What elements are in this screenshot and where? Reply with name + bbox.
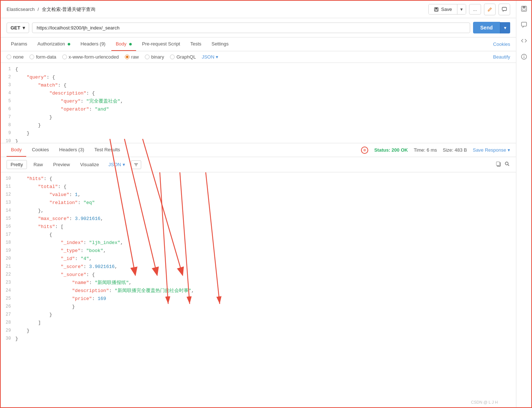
response-format-actions (496, 161, 510, 168)
response-line-13: 13 "relation": "eq" (1, 199, 516, 207)
body-type-raw[interactable]: raw (125, 54, 139, 60)
body-type-urlencoded[interactable]: x-www-form-urlencoded (62, 54, 119, 60)
tab-tests[interactable]: Tests (186, 37, 206, 51)
format-tab-visualize[interactable]: Visualize (76, 160, 103, 169)
tab-body[interactable]: Body (111, 37, 136, 51)
beautify-button[interactable]: Beautify (493, 54, 510, 60)
search-response-button[interactable] (504, 161, 510, 168)
svg-rect-16 (523, 6, 525, 8)
breadcrumb: Elasticsearch / 全文检索-普通关键字查询 (7, 6, 95, 13)
svg-line-10 (508, 165, 509, 166)
svg-rect-3 (502, 7, 507, 11)
request-line-6: 6 "operator": "and" (1, 106, 516, 114)
globe-icon: ⊕ (361, 147, 368, 154)
response-tab-test-results[interactable]: Test Results (90, 143, 124, 157)
response-format-bar: Pretty Raw Preview Visualize JSON ▾ (1, 157, 516, 172)
filter-icon (134, 162, 139, 167)
response-code-editor[interactable]: 10 "hits": { 11 "total": { 12 (1, 172, 516, 407)
response-line-19: 19 "_type": "book", (1, 247, 516, 255)
response-tabs-bar: Body Cookies Headers (3) Test Results ⊕ … (1, 143, 516, 157)
svg-rect-8 (496, 162, 500, 165)
tab-params[interactable]: Params (7, 37, 32, 51)
svg-point-9 (505, 162, 508, 165)
body-dot (129, 43, 132, 45)
response-size: Size: 483 B (443, 147, 467, 153)
json-format-select[interactable]: JSON ▾ (202, 54, 218, 60)
save-button[interactable]: Save (429, 4, 457, 14)
copy-response-button[interactable] (496, 161, 501, 168)
response-line-10: 10 "hits": { (1, 175, 516, 183)
response-section: Body Cookies Headers (3) Test Results ⊕ … (1, 143, 516, 407)
tab-pre-request-script[interactable]: Pre-request Script (138, 37, 184, 51)
body-type-none[interactable]: none (7, 54, 24, 60)
response-line-14: 14 }, (1, 207, 516, 215)
response-line-15: 15 "max_score": 3.9021616, (1, 215, 516, 223)
response-line-29: 29 } (1, 327, 516, 335)
response-line-27: 27 } (1, 311, 516, 319)
format-tab-preview[interactable]: Preview (49, 160, 74, 169)
response-tab-cookies[interactable]: Cookies (28, 143, 53, 157)
sidebar-code-icon[interactable] (519, 36, 529, 46)
request-line-8: 8 } (1, 122, 516, 130)
response-line-18: 18 "_index": "ljh_index", (1, 239, 516, 247)
cookies-link[interactable]: Cookies (493, 38, 510, 51)
svg-point-21 (524, 55, 524, 56)
body-type-form-data[interactable]: form-data (29, 54, 56, 60)
response-line-11: 11 "total": { (1, 183, 516, 191)
tab-headers[interactable]: Headers (9) (76, 37, 110, 51)
request-line-5: 5 "query": "完全覆盖社会", (1, 98, 516, 106)
pen-button[interactable] (484, 4, 496, 15)
sidebar-chat-icon[interactable] (519, 20, 529, 30)
tab-settings[interactable]: Settings (207, 37, 233, 51)
sidebar-save-icon[interactable] (519, 4, 529, 14)
svg-rect-18 (521, 22, 527, 26)
svg-rect-17 (523, 9, 525, 11)
tab-authorization[interactable]: Authorization (33, 37, 75, 51)
response-line-12: 12 "value": 1, (1, 191, 516, 199)
body-type-bar: none form-data x-www-form-urlencoded raw… (1, 51, 516, 63)
breadcrumb-separator: / (37, 7, 39, 12)
save-response-button[interactable]: Save Response ▾ (473, 147, 510, 153)
response-meta: ⊕ Status: 200 OK Time: 6 ms Size: 483 B … (361, 147, 510, 154)
request-line-1: 1 { (1, 66, 516, 74)
save-chevron-button[interactable]: ▾ (457, 4, 466, 14)
request-line-3: 3 "match": { (1, 82, 516, 90)
response-line-26: 26 } (1, 303, 516, 311)
response-line-22: 22 "_source": { (1, 271, 516, 279)
body-type-graphql[interactable]: GraphQL (170, 54, 196, 60)
send-chevron-button[interactable]: ▾ (500, 22, 510, 33)
filter-icon-btn[interactable] (131, 160, 141, 169)
url-input[interactable] (32, 23, 470, 33)
pen-icon (487, 7, 492, 12)
right-sidebar (516, 1, 531, 407)
authorization-dot (68, 43, 70, 45)
method-select[interactable]: GET ▾ (7, 23, 29, 33)
response-line-30: 30 } (1, 335, 516, 343)
top-bar: Elasticsearch / 全文检索-普通关键字查询 Save ▾ (1, 1, 516, 18)
request-bar: GET ▾ Send ▾ (1, 18, 516, 37)
save-button-group: Save ▾ (428, 4, 466, 15)
response-line-24: 24 "description": "新闻联播完全覆盖热门的社会时事", (1, 287, 516, 295)
response-line-17: 17 { (1, 231, 516, 239)
save-icon (434, 7, 439, 12)
svg-rect-2 (435, 9, 437, 11)
copy-icon (496, 161, 501, 167)
response-tab-headers[interactable]: Headers (3) (55, 143, 89, 157)
svg-rect-1 (435, 8, 437, 9)
sidebar-info-icon[interactable] (519, 52, 529, 62)
top-bar-actions: Save ▾ ... (428, 4, 510, 15)
watermark: CSDN @ L J H (471, 400, 498, 404)
more-button[interactable]: ... (469, 4, 481, 15)
format-tab-pretty[interactable]: Pretty (7, 160, 27, 169)
response-json-format-select[interactable]: JSON ▾ (108, 162, 125, 167)
request-code-editor[interactable]: 1 { 2 "query": { 3 "match": { 4 (1, 63, 516, 143)
request-line-7: 7 } (1, 114, 516, 122)
format-tab-raw[interactable]: Raw (30, 160, 47, 169)
response-tab-body[interactable]: Body (7, 143, 26, 157)
response-status: Status: 200 OK (374, 147, 408, 153)
send-button[interactable]: Send (473, 22, 500, 33)
body-type-binary[interactable]: binary (145, 54, 164, 60)
request-line-9: 9 } (1, 130, 516, 138)
breadcrumb-parent[interactable]: Elasticsearch (7, 7, 35, 12)
chat-button[interactable] (499, 4, 510, 15)
